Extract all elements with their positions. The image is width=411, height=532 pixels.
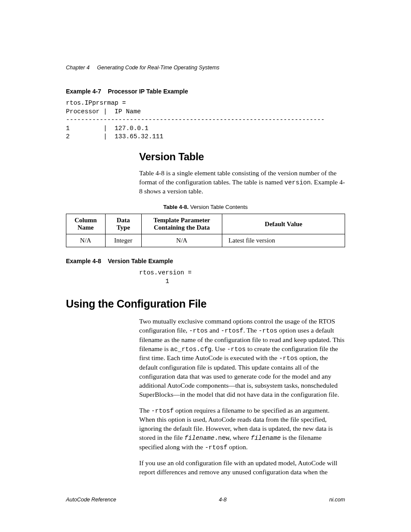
example-4-7-label: Example 4-7 Processor IP Table Example [66,88,345,95]
config-paragraph-2: The -rtosf option requires a filename to… [139,406,345,452]
version-table: ColumnName DataType Template ParameterCo… [66,214,345,247]
example-4-8-label: Example 4-8 Version Table Example [66,258,345,264]
table-4-8-caption: Table 4-8. Version Table Contents [66,204,345,210]
example-4-8-code: rtos.version = 1 [139,269,345,286]
col-template-param: Template ParameterContaining the Data [141,214,222,234]
cell-default-value: Latest file version [222,234,345,247]
example-4-7-code: rtos.IPprsrmap = Processor | IP Name ---… [66,99,345,141]
cell-column-name: N/A [66,234,106,247]
page-footer: AutoCode Reference 4-8 ni.com [66,497,345,503]
version-table-heading: Version Table [139,151,345,163]
table-row: N/A Integer N/A Latest file version [66,234,345,247]
col-default-value: Default Value [222,214,345,234]
footer-left: AutoCode Reference [66,497,116,503]
col-data-type: DataType [105,214,141,234]
config-paragraph-3: If you use an old configuration file wit… [139,459,345,477]
footer-right: ni.com [329,497,345,503]
running-header: Chapter 4 Generating Code for Real-Time … [66,65,345,71]
config-paragraph-1: Two mutually exclusive command options c… [139,317,345,399]
col-column-name: ColumnName [66,214,106,234]
cell-template-param: N/A [141,234,222,247]
version-table-paragraph: Table 4-8 is a single element table cons… [139,169,345,196]
chapter-title: Generating Code for Real-Time Operating … [97,65,219,71]
using-config-heading: Using the Configuration File [66,298,345,310]
chapter-label: Chapter 4 [66,65,90,71]
table-header-row: ColumnName DataType Template ParameterCo… [66,214,345,234]
cell-data-type: Integer [105,234,141,247]
footer-center: 4-8 [219,497,227,503]
